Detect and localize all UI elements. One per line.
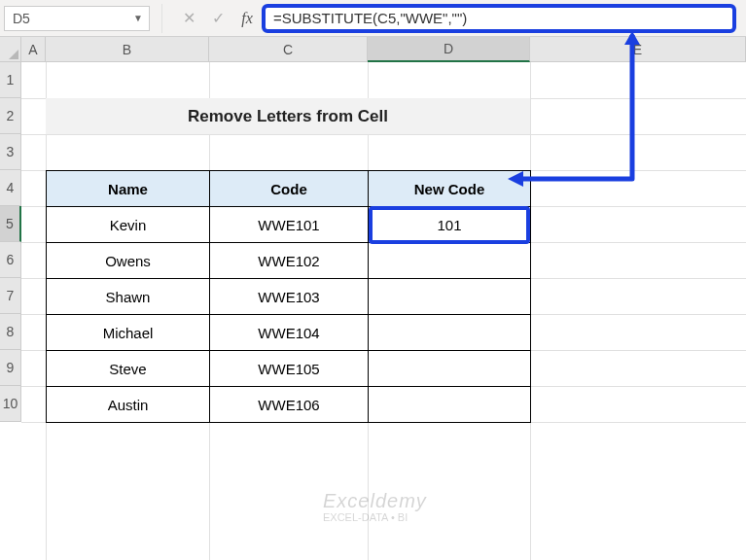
col-header-C[interactable]: C — [209, 37, 368, 62]
cell-new_code[interactable] — [369, 279, 531, 315]
column-headers: A B C D E — [21, 37, 746, 62]
watermark-brand: Exceldemy — [323, 490, 427, 511]
table-row: ShawnWWE103 — [47, 279, 531, 315]
name-box-dropdown-icon[interactable]: ▼ — [133, 13, 143, 23]
table-row: OwensWWE102 — [47, 243, 531, 279]
cell-name[interactable]: Kevin — [47, 207, 210, 243]
page-title[interactable]: Remove Letters from Cell — [46, 98, 530, 134]
row-header-1[interactable]: 1 — [0, 62, 21, 98]
fx-icon[interactable]: fx — [232, 10, 262, 27]
row-header-3[interactable]: 3 — [0, 134, 21, 170]
table-header-row: Name Code New Code — [47, 171, 531, 207]
cell-code[interactable]: WWE106 — [210, 387, 369, 423]
header-name[interactable]: Name — [47, 171, 210, 207]
name-box[interactable]: D5 ▼ — [4, 6, 150, 31]
cell-name[interactable]: Michael — [47, 315, 210, 351]
header-code[interactable]: Code — [210, 171, 369, 207]
cell-new_code[interactable] — [369, 243, 531, 279]
col-header-D[interactable]: D — [368, 37, 530, 62]
worksheet: A B C D E 1 2 3 4 5 6 7 8 9 10 — [0, 37, 746, 560]
row-header-8[interactable]: 8 — [0, 314, 21, 350]
col-header-A[interactable]: A — [21, 37, 46, 62]
row-header-10[interactable]: 10 — [0, 386, 21, 422]
cell-code[interactable]: WWE103 — [210, 279, 369, 315]
cancel-icon[interactable]: ✕ — [174, 9, 203, 27]
formula-input[interactable]: =SUBSTITUTE(C5,"WWE","") — [262, 4, 736, 33]
cell-code[interactable]: WWE105 — [210, 351, 369, 387]
table-row: KevinWWE101101 — [47, 207, 531, 243]
watermark: Exceldemy EXCEL-DATA • BI — [323, 490, 427, 523]
row-header-6[interactable]: 6 — [0, 242, 21, 278]
data-table: Name Code New Code KevinWWE101101OwensWW… — [46, 170, 531, 423]
table-row: AustinWWE106 — [47, 387, 531, 423]
header-new-code[interactable]: New Code — [369, 171, 531, 207]
formula-bar: D5 ▼ ✕ ✓ fx =SUBSTITUTE(C5,"WWE","") — [0, 0, 746, 37]
row-header-2[interactable]: 2 — [0, 98, 21, 134]
confirm-icon[interactable]: ✓ — [203, 9, 232, 27]
grid[interactable]: Remove Letters from Cell Name Code New C… — [21, 62, 746, 560]
table-row: SteveWWE105 — [47, 351, 531, 387]
cell-reference: D5 — [13, 11, 30, 26]
cell-name[interactable]: Austin — [47, 387, 210, 423]
cell-new_code[interactable] — [369, 351, 531, 387]
cell-code[interactable]: WWE104 — [210, 315, 369, 351]
separator — [161, 4, 162, 33]
cell-name[interactable]: Steve — [47, 351, 210, 387]
row-header-7[interactable]: 7 — [0, 278, 21, 314]
table-row: MichaelWWE104 — [47, 315, 531, 351]
select-all-corner[interactable] — [0, 37, 21, 62]
formula-text: =SUBSTITUTE(C5,"WWE","") — [273, 10, 467, 26]
col-header-B[interactable]: B — [46, 37, 209, 62]
watermark-tagline: EXCEL-DATA • BI — [323, 511, 427, 523]
row-headers: 1 2 3 4 5 6 7 8 9 10 — [0, 62, 21, 422]
row-header-4[interactable]: 4 — [0, 170, 21, 206]
cell-new_code[interactable]: 101 — [369, 207, 531, 243]
col-header-E[interactable]: E — [530, 37, 746, 62]
row-header-5[interactable]: 5 — [0, 206, 21, 242]
cell-code[interactable]: WWE101 — [210, 207, 369, 243]
cell-code[interactable]: WWE102 — [210, 243, 369, 279]
cell-name[interactable]: Shawn — [47, 279, 210, 315]
row-header-9[interactable]: 9 — [0, 350, 21, 386]
cell-new_code[interactable] — [369, 387, 531, 423]
cell-name[interactable]: Owens — [47, 243, 210, 279]
cell-new_code[interactable] — [369, 315, 531, 351]
